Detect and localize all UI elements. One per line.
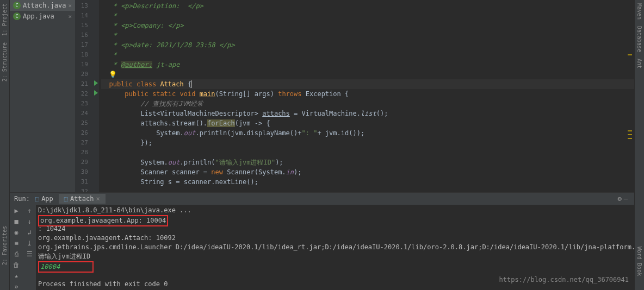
print-icon[interactable]: ⎙ [15, 250, 18, 258]
ant-tab[interactable]: Ant [635, 55, 643, 72]
run-panel: Run: ⬚ App ⬚ Attach × ⚙ — ▶ ■ ◉ ≡ ⎙ 🗑 ★ … [10, 192, 634, 290]
console-line: org.example.javaagent.App: 10004 [38, 215, 632, 224]
run-label: Run: [14, 195, 30, 203]
structure-tab[interactable]: 2: Structure [1, 39, 9, 85]
down-icon[interactable]: ↓ [27, 218, 31, 225]
line-number: 28 [75, 148, 91, 157]
line-number: 15 [75, 21, 91, 30]
run-tab-app[interactable]: ⬚ App [30, 194, 59, 204]
filetab-label: Attach.java [23, 2, 66, 9]
rerun-icon[interactable]: ▶ [14, 207, 18, 215]
app-icon: ⬚ [64, 195, 68, 203]
line-number: 22 [75, 89, 91, 99]
filetab-attach[interactable]: C Attach.java × [10, 0, 75, 11]
console-line: 请输入jvm进程ID [38, 252, 632, 261]
scroll-icon[interactable]: ⤓ [27, 239, 32, 247]
close-icon[interactable]: × [96, 195, 100, 203]
java-class-icon: C [13, 12, 21, 20]
filetab-label: App.java [23, 12, 54, 20]
line-number: 24 [75, 109, 91, 118]
run-gutter-strip [91, 0, 99, 192]
line-number: 25 [75, 118, 91, 128]
close-icon[interactable]: × [68, 13, 72, 20]
file-tab-list: C Attach.java × C App.java × [10, 0, 75, 192]
dump-icon[interactable]: ◉ [14, 229, 18, 236]
filetab-app[interactable]: C App.java × [10, 11, 75, 22]
run-toolbar-primary: ▶ ■ ◉ ≡ ⎙ 🗑 ★ » [10, 205, 23, 290]
line-number: 16 [75, 30, 91, 40]
database-tab[interactable]: Database [635, 23, 643, 55]
up-icon[interactable]: ↑ [27, 207, 31, 215]
console-output[interactable]: D:\jdk\jdk1.8.0_211-64\bin\java.exe ... … [36, 205, 634, 290]
line-number: 18 [75, 50, 91, 60]
line-number: 17 [75, 40, 91, 50]
line-number: 14 [75, 11, 91, 21]
code-editor[interactable]: 13 14 15 16 17 18 19 20 21 22 23 24 25 2… [75, 0, 634, 192]
left-tool-rail: 1: Project 2: Structure 2: Favorites [0, 0, 10, 290]
line-number: 27 [75, 138, 91, 148]
console-line: org.jetbrains.jps.cmdline.Launcher D:/id… [38, 243, 632, 252]
right-tool-rail: Maven Database Ant Word Book [634, 0, 644, 290]
line-number: 19 [75, 60, 91, 70]
tree-icon[interactable]: ☰ [27, 250, 33, 258]
line-number: 13 [75, 1, 91, 11]
line-number: 21 [75, 79, 91, 89]
line-number: 26 [75, 128, 91, 138]
close-icon[interactable]: × [68, 2, 72, 9]
watermark: https://blog.csdn.net/qq_36706941 [499, 275, 629, 285]
run-gutter-icon[interactable] [94, 90, 98, 96]
run-panel-header: Run: ⬚ App ⬚ Attach × ⚙ — [10, 193, 634, 205]
gutter: 13 14 15 16 17 18 19 20 21 22 23 24 25 2… [75, 0, 91, 192]
trash-icon[interactable]: 🗑 [13, 261, 20, 269]
console-line: 10004 [38, 261, 632, 270]
stop-icon[interactable]: ■ [14, 218, 18, 225]
run-tab-label: App [41, 195, 53, 203]
line-number: 30 [75, 167, 91, 177]
console-line: org.example.javaagent.Attach: 10092 [38, 234, 632, 243]
line-number: 29 [75, 157, 91, 167]
maven-tab[interactable]: Maven [635, 0, 643, 23]
favorites-tab[interactable]: 2: Favorites [1, 223, 9, 268]
wordbook-tab[interactable]: Word Book [635, 243, 643, 279]
java-class-icon: C [13, 2, 21, 9]
layout-icon[interactable]: ≡ [14, 239, 18, 247]
pin-icon[interactable]: ★ [14, 272, 18, 280]
project-tab[interactable]: 1: Project [1, 0, 9, 39]
line-number: 23 [75, 99, 91, 109]
highlight-box: 10004 [38, 261, 94, 273]
gear-icon[interactable]: ⚙ [618, 195, 622, 203]
line-number: 20 [75, 70, 91, 79]
run-toolbar-secondary: ↑ ↓ ↲ ⤓ ☰ [23, 205, 36, 290]
softwrap-icon[interactable]: ↲ [27, 229, 31, 236]
run-gutter-icon[interactable] [94, 80, 98, 86]
minimize-icon[interactable]: — [622, 195, 630, 203]
code-area[interactable]: * <p>Description: </p> * * <p>Company: <… [99, 0, 634, 192]
console-line: D:\jdk\jdk1.8.0_211-64\bin\java.exe ... [38, 206, 632, 215]
run-tab-label: Attach [70, 195, 94, 203]
run-tab-attach[interactable]: ⬚ Attach × [59, 194, 106, 204]
intention-bulb-icon[interactable]: 💡 [101, 71, 117, 78]
app-icon: ⬚ [35, 195, 39, 203]
expand-icon[interactable]: » [14, 283, 18, 290]
line-number: 31 [75, 177, 91, 187]
